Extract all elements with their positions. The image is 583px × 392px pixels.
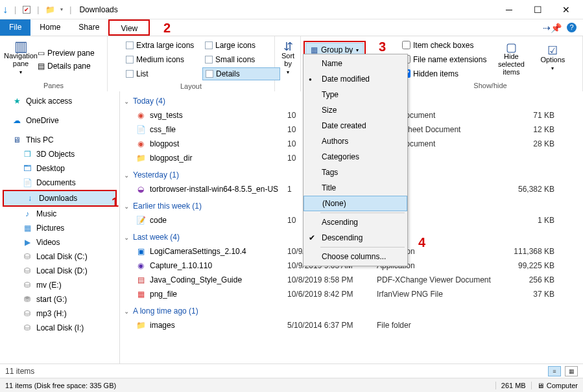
nav-3d-objects[interactable]: ❒3D Objects <box>1 147 118 161</box>
app-arrow-icon: ↓ <box>3 4 8 16</box>
sort-by-button[interactable]: ⇵ Sort by ▾ <box>279 40 297 79</box>
navigation-tree[interactable]: ★Quick access ☁OneDrive 🖥This PC ❒3D Obj… <box>0 91 120 363</box>
hidden-items[interactable]: Hidden items <box>402 67 486 80</box>
list-item[interactable]: 📁images5/10/2014 6:37 PMFile folder <box>124 318 579 332</box>
sort-icon: ⇵ <box>283 43 293 51</box>
groupby-type[interactable]: Type <box>303 87 407 102</box>
pdf-icon: ▤ <box>136 275 146 285</box>
list-item[interactable]: ▤Java_Coding_Style_Guide10/8/2019 8:58 P… <box>124 273 579 287</box>
annotation-2: 2 <box>163 21 171 36</box>
quick-access-toolbar: ↓ | ✔ | 📁 ▾ | <box>3 4 74 16</box>
tab-share[interactable]: Share <box>69 19 108 36</box>
navpane-icon: ▥ <box>14 43 28 51</box>
groupby-descending[interactable]: ✔Descending <box>303 230 407 246</box>
groupby-choose-columns[interactable]: Choose columns... <box>303 249 407 264</box>
group-label-showhide: Show/hide <box>402 80 578 91</box>
window-title: Downloads <box>79 5 117 14</box>
chevron-down-icon: ⌄ <box>124 98 129 105</box>
app-icon: ▣ <box>136 246 146 257</box>
file-name-extensions[interactable]: File name extensions <box>402 53 486 66</box>
qat-dropdown-icon[interactable]: ▾ <box>60 6 63 12</box>
group-longago[interactable]: ⌄A long time ago (1) <box>124 301 579 318</box>
layout-large[interactable]: Large icons <box>202 39 280 52</box>
nav-documents[interactable]: 📄Documents <box>1 176 118 190</box>
groupby-icon: ▦ <box>311 45 318 54</box>
layout-list[interactable]: List <box>123 67 201 80</box>
status-bar: 11 items ≡ ▦ <box>0 363 583 378</box>
nav-disk-g[interactable]: ⛃start (G:) <box>1 292 118 306</box>
groupby-ascending[interactable]: Ascending <box>303 214 407 230</box>
groupby-authors[interactable]: Authors <box>303 133 407 149</box>
options-icon: ☑ <box>547 47 558 54</box>
close-button[interactable]: ✕ <box>552 1 580 19</box>
disk-free: 11 items (Disk free space: 335 GB) <box>5 382 116 389</box>
details-pane-button[interactable]: ▤Details pane <box>38 62 95 71</box>
list-icon <box>126 70 134 78</box>
view-details-toggle[interactable]: ≡ <box>548 366 561 376</box>
navigation-pane-button[interactable]: ▥ Navigation pane ▾ <box>4 40 38 79</box>
qat-checkbox-icon[interactable]: ✔ <box>23 6 30 14</box>
layout-extra-large[interactable]: Extra large icons <box>123 39 201 52</box>
groupby-tags[interactable]: Tags <box>303 165 407 180</box>
nav-disk-d[interactable]: ⛁Local Disk (D:) <box>1 264 118 278</box>
options-button[interactable]: ☑ Options ▾ <box>536 44 569 75</box>
groupby-categories[interactable]: Categories <box>303 149 407 165</box>
groupby-size[interactable]: Size <box>303 102 407 118</box>
nav-onedrive[interactable]: ☁OneDrive <box>1 113 118 128</box>
doc-icon: 📄 <box>22 178 32 188</box>
nav-this-pc[interactable]: 🖥This PC <box>1 133 118 147</box>
desktop-icon: 🗔 <box>22 163 32 174</box>
minimize-button[interactable]: ─ <box>495 1 523 19</box>
nav-videos[interactable]: ▶Videos <box>1 235 118 249</box>
maximize-button[interactable]: ☐ <box>523 1 552 19</box>
view-large-toggle[interactable]: ▦ <box>565 366 578 376</box>
doc-icon: 📝 <box>136 215 146 225</box>
list-item[interactable]: ▦png_file10/6/2019 8:42 PMIrfanView PNG … <box>124 287 579 301</box>
nav-disk-h[interactable]: ⛁mp3 (H:) <box>1 306 118 321</box>
preview-icon: ▭ <box>38 49 45 58</box>
mem-usage: 261 MB <box>495 382 526 389</box>
check-icon: ✔ <box>309 233 315 242</box>
pc-icon: 🖥 <box>537 382 544 389</box>
layout-small[interactable]: Small icons <box>202 53 280 66</box>
tab-home[interactable]: Home <box>30 19 69 36</box>
hide-icon: ▢ <box>506 43 517 51</box>
chevron-down-icon: ▾ <box>551 65 554 73</box>
item-check-boxes[interactable]: Item check boxes <box>402 39 486 52</box>
tor-icon: ◒ <box>136 184 146 194</box>
layout-details[interactable]: Details <box>202 67 280 80</box>
nav-disk-c[interactable]: ⛁Local Disk (C:) <box>1 249 118 264</box>
groupby-date-modified[interactable]: ●Date modified <box>303 71 407 87</box>
groupby-none[interactable]: (None) <box>303 196 407 211</box>
groupby-title[interactable]: Title <box>303 180 407 196</box>
image-icon: ▦ <box>136 289 146 299</box>
item-count: 11 items <box>5 367 34 376</box>
nav-pictures[interactable]: ▦Pictures <box>1 221 118 235</box>
groupby-date-created[interactable]: Date created <box>303 118 407 133</box>
disk-icon: ⛁ <box>22 308 32 319</box>
nav-desktop[interactable]: 🗔Desktop <box>1 161 118 176</box>
pictures-icon: ▦ <box>22 223 32 233</box>
medium-icon <box>126 56 134 63</box>
annotation-1: 1 <box>112 195 119 210</box>
tab-file[interactable]: File <box>0 19 30 36</box>
groupby-name[interactable]: Name <box>303 56 407 71</box>
chevron-down-icon: ⌄ <box>124 203 129 210</box>
nav-quick-access[interactable]: ★Quick access <box>1 94 118 108</box>
nav-disk-i[interactable]: ⛁Local Disk (I:) <box>1 321 118 335</box>
hide-selected-button[interactable]: ▢ Hide selected items <box>492 41 530 78</box>
layout-medium[interactable]: Medium icons <box>123 53 201 66</box>
nav-downloads[interactable]: ↓Downloads <box>4 191 115 205</box>
pin-ribbon-icon[interactable]: ⇢📌 <box>543 23 562 33</box>
help-icon[interactable]: ? <box>567 23 577 32</box>
nav-disk-e[interactable]: ⛁mv (E:) <box>1 278 118 292</box>
star-icon: ★ <box>12 96 22 106</box>
group-label-panes: Panes <box>4 80 103 91</box>
tab-view[interactable]: View <box>108 19 150 36</box>
menu-bar: File Home Share View 2 ⇢📌 ? <box>0 19 583 36</box>
nav-music[interactable]: ♪Music <box>1 207 118 221</box>
folder-icon: 📁 <box>136 320 146 330</box>
ribbon: ▥ Navigation pane ▾ ▭Preview pane ▤Detai… <box>0 36 583 91</box>
preview-pane-button[interactable]: ▭Preview pane <box>38 49 95 58</box>
folder-icon: 📁 <box>136 153 146 163</box>
